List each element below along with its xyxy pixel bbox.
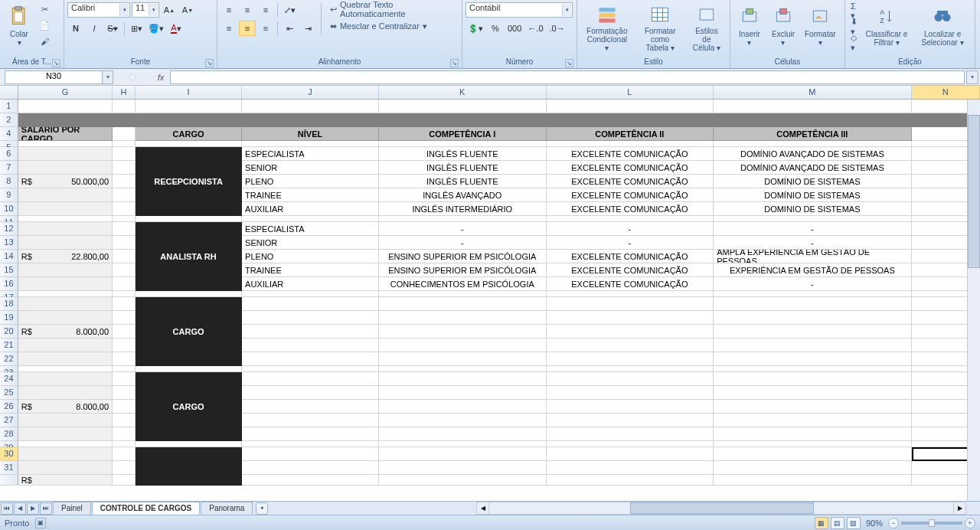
name-box[interactable]: N30 <box>5 70 103 84</box>
tab-nav-first[interactable]: ⏮ <box>1 502 13 515</box>
cell[interactable] <box>379 291 547 297</box>
cell[interactable] <box>18 236 113 250</box>
header-nivel[interactable]: NÍVEL <box>242 127 379 141</box>
decrease-decimal-button[interactable]: .0→ <box>547 21 567 36</box>
comp1-cell[interactable] <box>379 427 547 441</box>
cell[interactable] <box>18 141 113 147</box>
comp2-cell[interactable] <box>547 400 714 414</box>
cell[interactable] <box>547 291 714 297</box>
row-header-18[interactable]: 18 <box>0 297 18 311</box>
row-header-30[interactable]: 30 <box>0 447 18 461</box>
find-select-button[interactable]: Localizar e Selecionar ▾ <box>913 2 972 52</box>
comp2-cell[interactable] <box>547 325 714 339</box>
orientation-button[interactable]: ⤢▾ <box>281 2 298 18</box>
cell[interactable] <box>242 475 379 486</box>
nivel-cell[interactable]: SENIOR <box>242 236 379 250</box>
align-right-button[interactable]: ≡ <box>257 21 274 36</box>
cell[interactable] <box>136 100 242 113</box>
salario-cell[interactable]: R$8.000,00 <box>18 325 113 339</box>
row-header-22[interactable]: 22 <box>0 352 18 366</box>
cargo-block[interactable]: CARGO <box>136 400 242 414</box>
comp3-cell[interactable]: - <box>714 277 911 291</box>
comp3-cell[interactable]: DOMÍNIO DE SISTEMAS <box>714 175 911 188</box>
align-middle-button[interactable]: ≡ <box>239 2 256 18</box>
cell[interactable] <box>136 141 242 147</box>
row-header-10[interactable]: 10 <box>0 202 18 216</box>
row-header-29[interactable]: 29 <box>0 441 18 447</box>
row-header-17[interactable]: 17 <box>0 291 18 297</box>
align-left-button[interactable]: ≡ <box>220 21 237 36</box>
row-header-5[interactable]: 5 <box>0 141 18 147</box>
cell[interactable] <box>113 414 136 427</box>
cell[interactable] <box>379 100 547 113</box>
zoom-slider[interactable] <box>901 522 962 525</box>
nivel-cell[interactable] <box>242 386 379 400</box>
cargo-block[interactable]: ANALISTA RH <box>136 250 242 263</box>
cargo-block[interactable] <box>136 372 242 386</box>
decrease-indent-button[interactable]: ⇤ <box>281 21 298 36</box>
cell-styles-button[interactable]: Estilos de Célula ▾ <box>687 2 727 52</box>
cell[interactable] <box>714 441 911 447</box>
cargo-block[interactable] <box>136 188 242 202</box>
comp2-cell[interactable] <box>547 414 714 427</box>
autosum-button[interactable]: Σ ▾ <box>848 3 860 18</box>
cell[interactable] <box>113 236 136 250</box>
row-header-[interactable] <box>0 475 18 486</box>
view-normal-button[interactable]: ▦ <box>815 517 828 529</box>
clipboard-launcher[interactable]: ↘ <box>52 59 60 67</box>
cell[interactable] <box>113 161 136 175</box>
cell[interactable] <box>113 277 136 291</box>
cargo-block[interactable] <box>136 414 242 427</box>
row-header-9[interactable]: 9 <box>0 188 18 202</box>
cell[interactable] <box>113 475 136 486</box>
macro-record-icon[interactable]: ▣ <box>35 518 46 528</box>
percent-button[interactable]: % <box>487 21 504 36</box>
cell[interactable] <box>113 141 136 147</box>
comp3-cell[interactable] <box>714 311 911 325</box>
comp1-cell[interactable] <box>379 400 547 414</box>
cell[interactable] <box>18 277 113 291</box>
row-header-6[interactable]: 6 <box>0 147 18 161</box>
comp3-cell[interactable] <box>714 339 911 352</box>
bold-button[interactable]: N <box>67 21 84 36</box>
comp3-cell[interactable]: - <box>714 222 911 236</box>
cell[interactable] <box>379 475 547 486</box>
cell[interactable] <box>113 372 136 386</box>
row-header-26[interactable]: 26 <box>0 400 18 414</box>
row-header-27[interactable]: 27 <box>0 414 18 427</box>
comp2-cell[interactable]: EXCELENTE COMUNICAÇÃO <box>547 202 714 216</box>
cargo-block[interactable] <box>136 263 242 277</box>
cell[interactable] <box>18 427 113 441</box>
row-header-19[interactable]: 19 <box>0 311 18 325</box>
cargo-block[interactable]: CARGO <box>136 325 242 339</box>
comp2-cell[interactable] <box>547 311 714 325</box>
sheet-tab-panorama[interactable]: Panorama <box>201 502 253 515</box>
cell[interactable] <box>18 263 113 277</box>
comp1-cell[interactable]: - <box>379 222 547 236</box>
cell[interactable] <box>113 175 136 188</box>
comp2-cell[interactable] <box>547 386 714 400</box>
cargo-block[interactable] <box>136 147 242 161</box>
cell[interactable] <box>18 447 113 461</box>
cell[interactable] <box>379 441 547 447</box>
comp3-cell[interactable]: DOMÍNIO AVANÇADO DE SISTEMAS <box>714 147 911 161</box>
cargo-block[interactable] <box>136 161 242 175</box>
tab-nav-prev[interactable]: ◀ <box>14 502 26 515</box>
comp1-cell[interactable] <box>379 297 547 311</box>
cell[interactable] <box>242 447 379 461</box>
cell[interactable] <box>714 366 911 372</box>
comp1-cell[interactable] <box>379 372 547 386</box>
row-header-1[interactable]: 1 <box>0 100 18 113</box>
zoom-in-button[interactable]: + <box>965 518 975 528</box>
sheet-tab-controle-de-cargos[interactable]: CONTROLE DE CARGOS <box>92 502 200 515</box>
comp2-cell[interactable] <box>547 297 714 311</box>
row-header-20[interactable]: 20 <box>0 325 18 339</box>
scroll-left-button[interactable]: ◀ <box>477 502 489 514</box>
format-cells-button[interactable]: Formatar▾ <box>801 2 840 52</box>
cell[interactable] <box>714 447 911 461</box>
row-header-31[interactable]: 31 <box>0 461 18 475</box>
scroll-right-button[interactable]: ▶ <box>953 502 965 514</box>
cargo-block[interactable] <box>136 236 242 250</box>
cell[interactable] <box>113 400 136 414</box>
fx-icon[interactable]: fx <box>152 73 170 82</box>
